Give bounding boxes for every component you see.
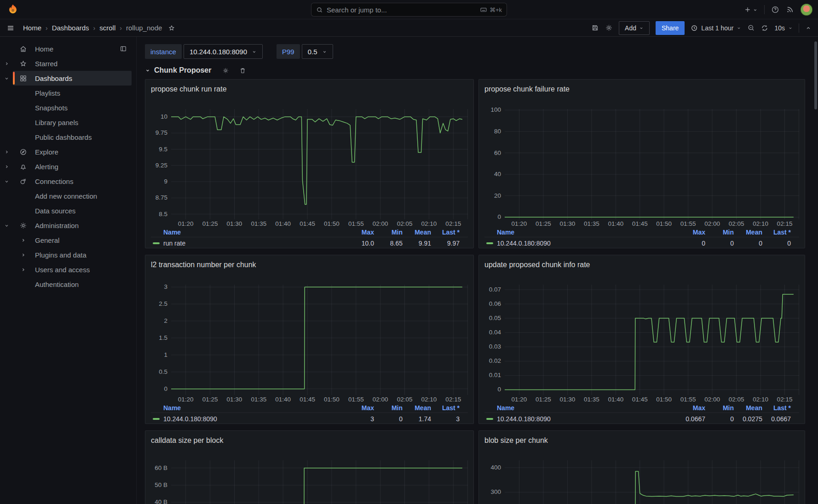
news-rss-icon[interactable] (786, 6, 794, 14)
legend-header-mean[interactable]: Mean (403, 229, 431, 236)
legend-header-last-[interactable]: Last * (431, 404, 460, 412)
chevron-right-icon[interactable] (17, 267, 29, 272)
breadcrumb-home[interactable]: Home (23, 24, 41, 32)
sidebar-item-users-and-access[interactable]: Users and access (0, 262, 132, 277)
legend-header-last-[interactable]: Last * (431, 229, 460, 236)
panel-title[interactable]: update proposed chunk info rate (484, 260, 799, 270)
grafana-logo-icon[interactable] (6, 3, 19, 16)
sidebar-item-explore[interactable]: Explore (0, 144, 132, 159)
legend-header-mean[interactable]: Mean (734, 404, 762, 412)
legend-header-mean[interactable]: Mean (403, 404, 431, 412)
chart-svg[interactable] (171, 109, 468, 219)
plot-area (505, 109, 799, 219)
refresh-icon[interactable] (761, 24, 768, 32)
breadcrumb-current[interactable]: rollup_node (126, 24, 162, 32)
breadcrumb-dashboards[interactable]: Dashboards (52, 24, 89, 32)
chevron-right-icon[interactable] (17, 238, 29, 243)
scrollbar-thumb[interactable] (814, 41, 817, 109)
legend-header-max[interactable]: Max (346, 229, 374, 236)
top-navbar: ⌘+k (0, 0, 818, 19)
sidebar-item-starred[interactable]: Starred (0, 56, 132, 71)
legend-value: 0.0667 (677, 415, 705, 423)
legend-header-max[interactable]: Max (346, 404, 374, 412)
row-header-chunk-proposer[interactable]: Chunk Proposer (145, 64, 818, 76)
add-button[interactable]: Add (619, 21, 650, 35)
breadcrumb-folder[interactable]: scroll (99, 24, 115, 32)
legend-header-mean[interactable]: Mean (734, 229, 762, 236)
sidebar-item-general[interactable]: General (0, 233, 132, 247)
legend-series-row[interactable]: 10.244.0.180:80900000 (484, 237, 799, 248)
legend-header-min[interactable]: Min (705, 404, 734, 412)
chevron-right-icon[interactable] (0, 61, 13, 66)
chevron-right-icon[interactable] (0, 149, 13, 155)
global-search[interactable]: ⌘+k (311, 3, 507, 17)
chart-svg[interactable] (171, 285, 468, 395)
panel-propose-chunk-failure-rate: propose chunk failure rate10080604020001… (478, 79, 805, 248)
sidebar-item-label: Administration (35, 222, 79, 229)
legend-header-min[interactable]: Min (705, 229, 734, 236)
legend-series-row[interactable]: 10.244.0.180:80900.066700.02750.0667 (484, 412, 799, 424)
search-input[interactable] (327, 6, 476, 14)
panel-title[interactable]: l2 transaction number per chunk (151, 260, 468, 270)
legend-header-min[interactable]: Min (374, 229, 403, 236)
chevron-down-icon[interactable] (0, 76, 13, 81)
sidebar-item-library-panels[interactable]: Library panels (0, 115, 132, 130)
share-button[interactable]: Share (656, 21, 685, 35)
chart-svg[interactable] (505, 109, 799, 219)
sidebar-item-public-dashboards[interactable]: Public dashboards (0, 130, 132, 144)
chart-svg[interactable] (505, 285, 799, 395)
dashboard-settings-icon[interactable] (605, 24, 613, 32)
zoom-out-icon[interactable] (747, 24, 755, 32)
y-tick-label: 2 (164, 317, 167, 325)
legend-series-name[interactable]: run rate (163, 240, 185, 247)
panel-title[interactable]: propose chunk run rate (151, 84, 468, 94)
sidebar-item-connections[interactable]: Connections (0, 174, 132, 189)
instance-variable-select[interactable]: 10.244.0.180:8090 (184, 44, 263, 59)
legend-header-max[interactable]: Max (677, 404, 705, 412)
chevron-up-icon[interactable] (805, 25, 812, 31)
p99-variable-select[interactable]: 0.5 (302, 44, 333, 59)
legend-series-name[interactable]: 10.244.0.180:8090 (497, 415, 551, 423)
panel-title[interactable]: propose chunk failure rate (484, 84, 799, 94)
legend-series-row[interactable]: run rate10.08.659.919.97 (151, 237, 468, 248)
row-delete-trash-icon[interactable] (239, 67, 246, 74)
legend-header-min[interactable]: Min (374, 404, 403, 412)
legend-header-max[interactable]: Max (677, 229, 705, 236)
chevron-right-icon[interactable] (0, 164, 13, 169)
refresh-interval-picker[interactable]: 10s (774, 24, 793, 32)
sidebar-item-data-sources[interactable]: Data sources (0, 203, 132, 218)
series-color-swatch (486, 242, 493, 244)
chart-svg[interactable] (505, 460, 799, 504)
chevron-down-icon[interactable] (0, 223, 13, 228)
sidebar-item-dashboards[interactable]: Dashboards (0, 71, 132, 86)
save-dashboard-icon[interactable] (591, 24, 599, 32)
help-icon[interactable] (771, 6, 779, 14)
sidebar-item-add-new-connection[interactable]: Add new connection (0, 189, 132, 203)
legend-series-name[interactable]: 10.244.0.180:8090 (163, 415, 217, 423)
sidebar-item-alerting[interactable]: Alerting (0, 159, 132, 174)
legend-header-last-[interactable]: Last * (762, 229, 791, 236)
favorite-star-icon[interactable] (168, 24, 175, 32)
legend-series-row[interactable]: 10.244.0.180:8090301.743 (151, 412, 468, 424)
legend-header-last-[interactable]: Last * (762, 404, 791, 412)
new-menu-button[interactable] (744, 6, 758, 13)
sidebar-item-administration[interactable]: Administration (0, 218, 132, 233)
dock-sidebar-icon[interactable] (120, 45, 127, 52)
chart-svg[interactable] (171, 460, 468, 504)
panel-title[interactable]: blob size per chunk (484, 435, 799, 446)
row-settings-gear-icon[interactable] (222, 67, 229, 74)
sidebar-item-snapshots[interactable]: Snapshots (0, 100, 132, 115)
legend-series-name[interactable]: 10.244.0.180:8090 (497, 240, 551, 247)
time-range-picker[interactable]: Last 1 hour (691, 24, 741, 32)
panel-title[interactable]: calldata size per block (151, 435, 468, 446)
menu-hamburger-icon[interactable] (6, 24, 15, 32)
sidebar-item-plugins-and-data[interactable]: Plugins and data (0, 247, 132, 262)
sidebar-item-home[interactable]: Home (0, 41, 132, 56)
sidebar-item-playlists[interactable]: Playlists (0, 86, 132, 100)
sidebar-item-authentication[interactable]: Authentication (0, 277, 132, 292)
x-axis: 01:2001:2501:3001:3501:4001:4501:5001:55… (171, 219, 468, 228)
chevron-right-icon[interactable] (17, 252, 29, 258)
user-avatar[interactable] (801, 4, 812, 16)
chart-area: 32.521.510.50 (151, 285, 468, 395)
chevron-down-icon[interactable] (0, 179, 13, 184)
